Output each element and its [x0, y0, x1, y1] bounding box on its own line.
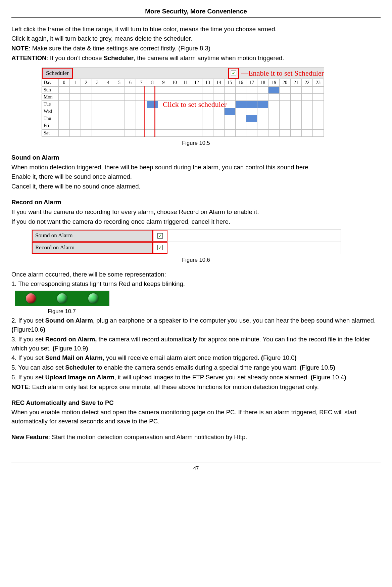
figure-10-6-alarm-settings: Sound on Alarm Record on Alarm	[32, 229, 341, 254]
sound-line-2: Enable it, there will be sound once alar…	[11, 172, 381, 181]
representation-intro: Once alarm occurred, there will be some …	[11, 270, 381, 279]
sound-on-alarm-title: Sound on Alarm	[11, 153, 381, 162]
attention-label: ATTENTION	[11, 54, 46, 61]
intro-line-1: Left click the frame of the time range, …	[11, 25, 381, 34]
record-line-1: If you want the camera do recording for …	[11, 208, 381, 217]
figure-10-5-caption: Figure 10.5	[11, 139, 381, 147]
representation-item-2: 2. If you set Sound on Alarm, plug an ea…	[11, 316, 381, 334]
page-header: More Security, More Convenience	[11, 7, 381, 18]
scheduler-enable-checkbox-wrap	[228, 68, 239, 79]
scheduler-enable-checkbox[interactable]	[231, 71, 236, 76]
scheduler-label[interactable]: Scheduler	[42, 68, 73, 79]
intro-attention: ATTENTION: If you don't choose Scheduler…	[11, 54, 381, 63]
record-on-alarm-checkbox-wrap	[153, 242, 167, 254]
status-light-green-2	[88, 293, 98, 303]
representation-note: NOTE: Each alarm only last for approx on…	[11, 383, 381, 392]
figure-10-7-status-lights	[15, 291, 109, 306]
attention-text-2: , the camera will alarm anytime when mot…	[134, 54, 284, 61]
sound-on-alarm-row: Sound on Alarm	[32, 230, 341, 242]
scheduler-top-bar: Scheduler —Enable it to set Scheduler	[42, 68, 324, 79]
note-text: : Make sure the date & time settings are…	[29, 45, 210, 52]
sound-on-alarm-label: Sound on Alarm	[32, 230, 153, 242]
scheduler-click-annotation: Click to set scheduler	[163, 99, 227, 110]
figure-10-5-scheduler: Scheduler —Enable it to set Scheduler Da…	[42, 68, 324, 137]
scheduler-grid-wrap: Day 012345678910111213141516171819202122…	[42, 79, 324, 136]
attention-bold: Scheduler	[104, 54, 134, 61]
representation-item-5: 5. You can also set Scheduler to enable …	[11, 363, 381, 372]
record-on-alarm-title: Record on Alarm	[11, 198, 381, 207]
status-light-green-1	[57, 293, 67, 303]
intro-line-2: Click it again, it will turn back to gre…	[11, 34, 381, 43]
new-feature-line: New Feature: Start the motion detection …	[11, 433, 381, 442]
sound-on-alarm-checkbox-wrap	[153, 230, 167, 242]
status-light-red	[26, 293, 36, 303]
new-feature-text: : Start the motion detection compensatio…	[48, 433, 247, 441]
rec-auto-title: REC Automatically and Save to PC	[11, 399, 381, 408]
record-on-alarm-row: Record on Alarm	[32, 242, 341, 254]
page-number: 47	[11, 462, 381, 472]
record-line-2: If you do not want the camera do recordi…	[11, 217, 381, 226]
rec-auto-body: When you enable motion detect and open t…	[11, 408, 381, 426]
representation-item-1: 1. The corresponding status light turns …	[11, 280, 381, 289]
figure-10-7-caption: Figure 10.7	[11, 307, 112, 316]
sound-line-3: Cancel it, there will be no sound once a…	[11, 182, 381, 191]
scheduler-highlight-line-1	[144, 86, 145, 136]
representation-item-3: 3. If you set Record on Alarm, the camer…	[11, 335, 381, 353]
figure-10-6-caption: Figure 10.6	[11, 256, 381, 264]
attention-text-1: : If you don't choose	[46, 54, 103, 61]
scheduler-enable-annotation: —Enable it to set Scheduler	[239, 68, 324, 79]
scheduler-highlight-line-2	[154, 86, 155, 136]
record-on-alarm-checkbox[interactable]	[157, 245, 163, 250]
intro-note: NOTE: Make sure the date & time settings…	[11, 44, 381, 53]
representation-item-4: 4. If you set Send Mail on Alarm, you wi…	[11, 353, 381, 363]
sound-on-alarm-checkbox[interactable]	[157, 233, 163, 239]
note-label: NOTE	[11, 45, 29, 52]
record-on-alarm-label: Record on Alarm	[32, 242, 153, 254]
representation-item-6: 6. If you set Upload Image on Alarm, it …	[11, 373, 381, 382]
new-feature-label: New Feature	[11, 433, 48, 441]
sound-line-1: When motion detection triggered, there w…	[11, 163, 381, 172]
